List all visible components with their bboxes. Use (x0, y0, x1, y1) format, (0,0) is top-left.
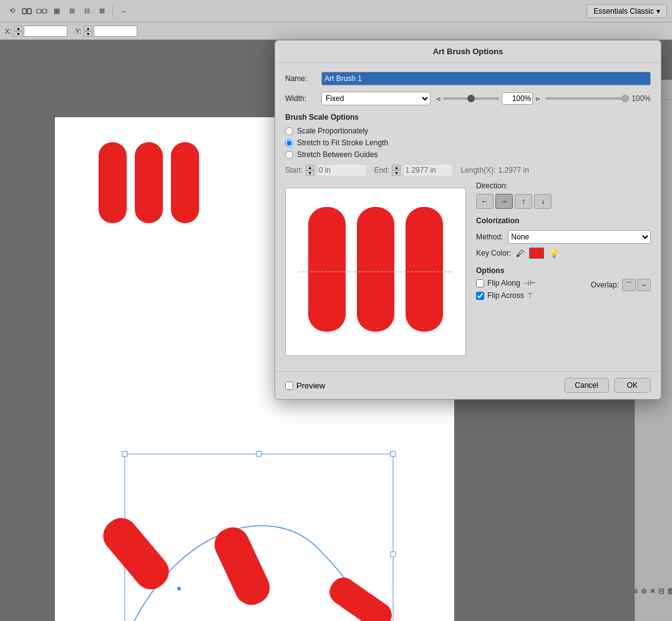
end-input[interactable] (403, 164, 453, 176)
essentials-chevron: ▾ (656, 7, 660, 16)
slider-container-1: ⊲ ⊳ (436, 92, 541, 105)
start-stepper-up[interactable]: ▲ (306, 165, 314, 170)
end-stepper-down[interactable]: ▼ (392, 170, 401, 176)
color-swatch[interactable] (529, 248, 544, 259)
toolbar-icon-3[interactable] (35, 4, 49, 18)
dialog-body: Name: Width: Fixed ⊲ ⊳ 100% (275, 63, 661, 371)
flip-across-check[interactable] (476, 292, 484, 300)
coord-bar: X: ▲ ▼ 6.2158 in Y: ▲ ▼ 4 (0, 22, 672, 40)
key-color-label: Key Color: (476, 249, 511, 258)
preview-check[interactable] (285, 382, 293, 390)
end-stepper-up[interactable]: ▲ (392, 165, 401, 170)
width-row: Width: Fixed ⊲ ⊳ 100% (285, 92, 651, 105)
stretch-fit-label: Stretch to Fit Stroke Length (297, 138, 388, 147)
toolbar-icon-arrow[interactable]: ↔ (117, 4, 130, 18)
flip-across-label: Flip Across (487, 291, 524, 300)
dialog-buttons: Cancel OK (564, 378, 651, 393)
cancel-button[interactable]: Cancel (564, 378, 608, 393)
overlap-label: Overlap: (591, 281, 619, 289)
end-stepper[interactable]: ▲ ▼ (392, 165, 401, 176)
svg-rect-8 (122, 451, 127, 456)
width-select[interactable]: Fixed (321, 92, 431, 105)
flip-options: Flip Along ⊣⊢ Flip Across ⊤ (476, 279, 536, 300)
radio-stretch-to-fit: Stretch to Fit Stroke Length (285, 138, 651, 147)
dir-down-btn[interactable]: ↓ (534, 194, 552, 209)
panel-icon-align[interactable]: ⊟ (658, 582, 665, 600)
colorization-title: Colorization (476, 216, 651, 225)
y-stepper-down[interactable]: ▼ (84, 31, 92, 37)
toolbar-icon-5[interactable]: ⊞ (65, 4, 79, 18)
start-input[interactable] (317, 164, 367, 176)
end-field: End: ▲ ▼ (374, 164, 454, 176)
flip-across-icon: ⊤ (527, 292, 533, 300)
method-select[interactable]: None (508, 230, 651, 244)
svg-rect-18 (324, 572, 396, 621)
preview-label: Preview (296, 381, 325, 390)
preview-row: Preview (285, 381, 325, 390)
slider-thumb-2[interactable] (621, 95, 629, 102)
overlap-btn-2[interactable]: ⌣ (637, 279, 651, 291)
dialog-title: Art Brush Options (275, 41, 661, 63)
eyedropper-icon[interactable]: 🖊 (516, 249, 524, 258)
dir-left-btn[interactable]: ← (476, 194, 494, 209)
x-input[interactable]: 6.2158 in (24, 26, 67, 37)
svg-rect-1 (27, 9, 31, 14)
start-label: Start: (285, 166, 303, 175)
dir-up-btn[interactable]: ↑ (515, 194, 532, 209)
essentials-label: Essentials Classic (593, 7, 654, 16)
flip-along-label: Flip Along (487, 279, 520, 287)
panel-icon-x[interactable]: ✕ (650, 582, 656, 600)
start-stepper-down[interactable]: ▼ (306, 170, 314, 176)
flip-along-check[interactable] (476, 279, 484, 287)
options-section: Options Flip Along ⊣⊢ Flip Across (476, 266, 651, 300)
essentials-area: Essentials Classic ▾ (587, 0, 672, 22)
y-input[interactable]: 4 (94, 26, 137, 37)
panel-icon-layers[interactable]: ≡ (634, 582, 638, 600)
y-stepper-up[interactable]: ▲ (84, 26, 92, 31)
radio-scale-prop[interactable] (285, 127, 293, 135)
direction-section: Direction: ← → ↑ ↓ (476, 181, 651, 209)
toolbar-icon-2[interactable] (20, 4, 34, 18)
slider-arrow-left: ⊲ (436, 95, 441, 102)
slider-thumb-1[interactable] (467, 95, 475, 102)
name-input[interactable] (321, 72, 651, 85)
flip-along-icon: ⊣⊢ (523, 279, 536, 287)
slider-arrow-right: ⊳ (535, 95, 540, 102)
svg-rect-5 (135, 142, 163, 223)
method-row: Method: None (476, 230, 651, 244)
ok-button[interactable]: OK (614, 378, 651, 393)
panel-bottom-icons: ≡ ⊚ ✕ ⊟ 🗑 (635, 580, 672, 602)
panel-icon-delete[interactable]: 🗑 (667, 582, 672, 600)
x-stepper-up[interactable]: ▲ (14, 26, 22, 31)
start-stepper[interactable]: ▲ ▼ (306, 165, 314, 176)
slider-value-1[interactable] (502, 92, 533, 105)
essentials-button[interactable]: Essentials Classic ▾ (587, 4, 667, 18)
radio-stretch-between[interactable] (285, 151, 293, 159)
toolbar-icon-6[interactable]: ⊟ (80, 4, 94, 18)
options-content: Flip Along ⊣⊢ Flip Across ⊤ Overlap: (476, 279, 651, 300)
svg-rect-0 (22, 9, 26, 14)
flip-along-row: Flip Along ⊣⊢ (476, 279, 536, 287)
toolbar-icon-1[interactable]: ⟲ (5, 4, 19, 18)
x-stepper[interactable]: ▲ ▼ (14, 26, 22, 37)
bulb-icon[interactable]: 💡 (549, 249, 559, 258)
radio-stretch-fit[interactable] (285, 139, 293, 147)
y-stepper[interactable]: ▲ ▼ (84, 26, 92, 37)
guide-row: Start: ▲ ▼ End: ▲ ▼ Length(X): 1.2977 in (285, 164, 651, 176)
overlap-btn-1[interactable]: ⌒ (622, 279, 636, 291)
two-col-layout: Direction: ← → ↑ ↓ Colorization Method: … (285, 181, 651, 362)
toolbar-icon-4[interactable]: ▦ (50, 4, 64, 18)
panel-icon-brushes[interactable]: ⊚ (641, 582, 647, 600)
slider-track-2[interactable] (545, 97, 629, 100)
toolbar-icon-7[interactable]: ⊠ (95, 4, 109, 18)
y-label: Y: (75, 27, 81, 35)
preview-svg (286, 188, 465, 355)
start-field: Start: ▲ ▼ (285, 164, 367, 176)
art-brush-options-dialog: Art Brush Options Name: Width: Fixed ⊲ ⊳ (275, 40, 661, 400)
x-stepper-down[interactable]: ▼ (14, 31, 22, 37)
end-label: End: (374, 166, 390, 175)
dir-right-btn[interactable]: → (495, 194, 513, 209)
x-label: X: (5, 27, 11, 35)
toolbar: ⟲ ▦ ⊞ ⊟ ⊠ ↔ (5, 4, 130, 18)
slider-track-1[interactable] (443, 97, 500, 100)
